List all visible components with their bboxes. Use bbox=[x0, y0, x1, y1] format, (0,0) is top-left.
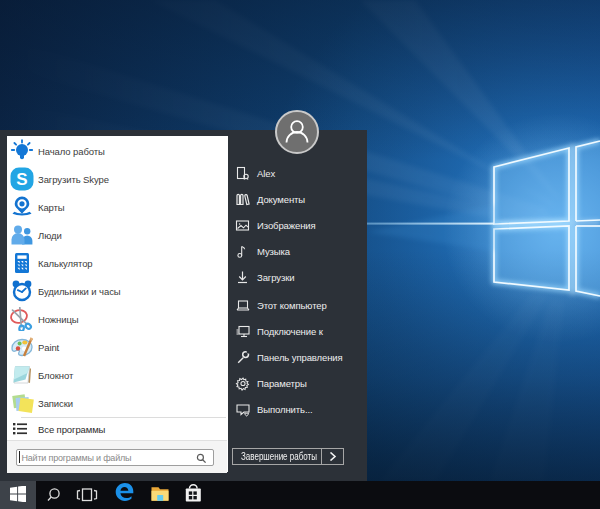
svg-text:S: S bbox=[16, 170, 27, 189]
